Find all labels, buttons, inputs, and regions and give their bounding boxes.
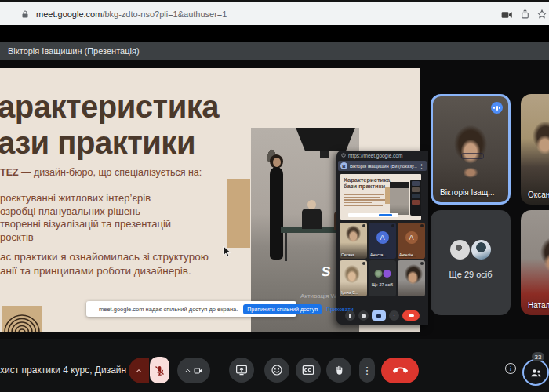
people-icon — [529, 367, 543, 379]
pip-url: https://meet.google.com — [348, 153, 402, 158]
avatar: A — [405, 231, 418, 244]
hide-banner-link[interactable]: Приховати — [326, 307, 354, 312]
avatar — [471, 240, 491, 260]
present-button[interactable] — [229, 358, 254, 383]
pip-tile-anasta[interactable]: A Анаста... — [369, 223, 396, 259]
mic-off-icon — [154, 365, 165, 376]
bookmark-star-icon[interactable] — [536, 9, 547, 20]
pip-url-row: https://meet.google.com — [336, 151, 428, 160]
participant-count-badge: 33 — [532, 352, 544, 361]
participant-name: Вікторія Іващ... — [440, 188, 495, 197]
arch-icon — [2, 306, 42, 332]
mic-muted-dot — [362, 262, 365, 265]
meeting-details-button[interactable]: i — [505, 363, 516, 374]
slide-summary-line2: анії та принципами роботи дизайнерів. — [0, 264, 209, 278]
slide-list-line3: творенні візуалізацій та презентацій — [0, 218, 171, 231]
avatar — [450, 240, 470, 260]
more-options-button[interactable]: ⋮ — [359, 358, 375, 383]
pip-slide-photo — [390, 182, 409, 215]
browser-address-bar[interactable]: meet.google.com/bkg-zdto-nso?pli=1&authu… — [0, 2, 549, 26]
pip-present-button[interactable] — [372, 310, 386, 321]
mic-muted-dot — [420, 224, 424, 227]
hand-icon — [333, 364, 345, 376]
stop-sharing-button[interactable]: Припинити спільний доступ — [243, 304, 322, 314]
mic-mute-button[interactable] — [150, 357, 169, 383]
presenter-banner: Вікторія Іващишин (Презентація) — [0, 42, 549, 60]
mic-muted-dot — [362, 224, 365, 227]
photo-range-hood — [292, 128, 359, 151]
slide-intro-company: TEZ — [0, 167, 19, 178]
pip-tile-participant[interactable] — [398, 260, 425, 296]
camera-button-group[interactable] — [177, 358, 210, 383]
participant-name: Наталі — [528, 301, 549, 310]
pip-tile-oksana[interactable]: Оксана — [340, 223, 367, 259]
slide-list: роєктуванні житлових інтер’єрів озробці … — [0, 192, 171, 244]
call-end-icon — [393, 363, 408, 378]
pip-share-banner-mini — [348, 213, 398, 217]
slide-list-line4: роєктів — [0, 231, 171, 245]
smiley-icon — [271, 364, 283, 376]
slide-tan-decoration — [227, 179, 250, 248]
slide-list-line2: озробці планувальних рішень — [0, 205, 171, 219]
slide-title-line2: ази практики — [0, 125, 219, 161]
slide-title-line1: арактеристика — [0, 89, 219, 125]
share-icon[interactable] — [520, 8, 530, 20]
meeting-title: хист практики 4 курс, Дизайн — [0, 365, 126, 376]
pip-tile-more-people[interactable]: Ще 27 осіб — [369, 260, 396, 296]
participant-name: Оксана — [528, 191, 549, 199]
more-participants-count: Ще 29 осіб — [431, 270, 511, 279]
mic-options-button[interactable] — [129, 358, 149, 383]
mic-muted-dot — [391, 224, 394, 227]
clock-icon — [341, 153, 346, 158]
pip-tile-iryna[interactable]: Ірина С... — [340, 260, 367, 296]
glasses — [461, 153, 484, 159]
pip-avatar: B — [340, 162, 347, 169]
raise-hand-button[interactable] — [326, 358, 351, 383]
slide-list-line1: роєктуванні житлових інтер’єрів — [0, 192, 171, 205]
pip-presenter-bar: B Вікторія Іващишин (Ви (показу... ⋮ — [338, 161, 427, 171]
avatar — [374, 270, 382, 278]
screen-share-preview-window[interactable]: https://meet.google.com B Вікторія Іващи… — [336, 151, 428, 325]
pip-nested-preview — [410, 180, 421, 216]
more-participants-tile[interactable]: Ще 29 осіб — [431, 210, 511, 315]
slide-summary: ас практики я ознайомилась зі структурою… — [0, 250, 209, 278]
end-call-button[interactable] — [381, 358, 419, 383]
url-path: /bkg-zdto-nso?pli=1&authuser=1 — [102, 9, 227, 19]
slide-intro-text: — дизайн-бюро, що спеціалізується на: — [19, 167, 202, 178]
google-meet-window: meet.google.com/bkg-zdto-nso?pli=1&authu… — [0, 0, 549, 392]
tab-capture-icon[interactable] — [501, 10, 513, 20]
mic-muted-dot — [420, 262, 424, 265]
pip-slide-thumbnail: Характеристика бази практики — [340, 174, 421, 220]
reactions-button[interactable] — [264, 358, 289, 383]
pip-participant-grid: Оксана A Анаста... A Ангелін... Ірина С.… — [340, 223, 426, 296]
avatar: A — [376, 231, 389, 244]
avatar — [383, 270, 391, 278]
lock-icon — [20, 9, 30, 20]
screen-share-banner: meet.google.com надає спільний доступ до… — [86, 301, 296, 317]
pip-tile-anhelin[interactable]: A Ангелін... — [398, 223, 425, 259]
window-gap — [0, 25, 549, 42]
slide-title: арактеристика ази практики — [0, 89, 219, 161]
chevron-up-icon — [184, 368, 191, 373]
slide-intro: TEZ — дизайн-бюро, що спеціалізується на… — [0, 167, 202, 178]
pip-presenter-label: Вікторія Іващишин (Ви (показу... — [350, 164, 419, 169]
pip-more-button[interactable]: ⋮ — [389, 310, 399, 321]
share-banner-message: meet.google.com надає спільний доступ до… — [99, 306, 238, 313]
mouse-cursor — [223, 246, 231, 258]
pip-slide-textlines — [344, 194, 387, 208]
pip-end-call-button[interactable] — [402, 310, 420, 321]
pip-more-icon: ⋮ — [419, 163, 424, 169]
camera-icon — [193, 366, 204, 376]
address-url[interactable]: meet.google.com/bkg-zdto-nso?pli=1&authu… — [36, 9, 227, 19]
present-screen-icon — [235, 365, 248, 376]
url-domain: meet.google.com — [36, 9, 102, 19]
pip-camera-button[interactable] — [358, 310, 369, 321]
captions-button[interactable] — [296, 358, 321, 383]
participants-button[interactable] — [522, 359, 549, 386]
participant-tile-viktoriia[interactable]: Вікторія Іващ... — [431, 94, 511, 205]
participant-tile-oksana[interactable]: Оксана — [521, 94, 549, 205]
participant-tile-natali[interactable]: Наталі — [521, 210, 549, 315]
chevron-up-icon — [135, 368, 143, 374]
captions-icon — [302, 365, 314, 376]
slide-arch-decoration — [2, 306, 42, 332]
